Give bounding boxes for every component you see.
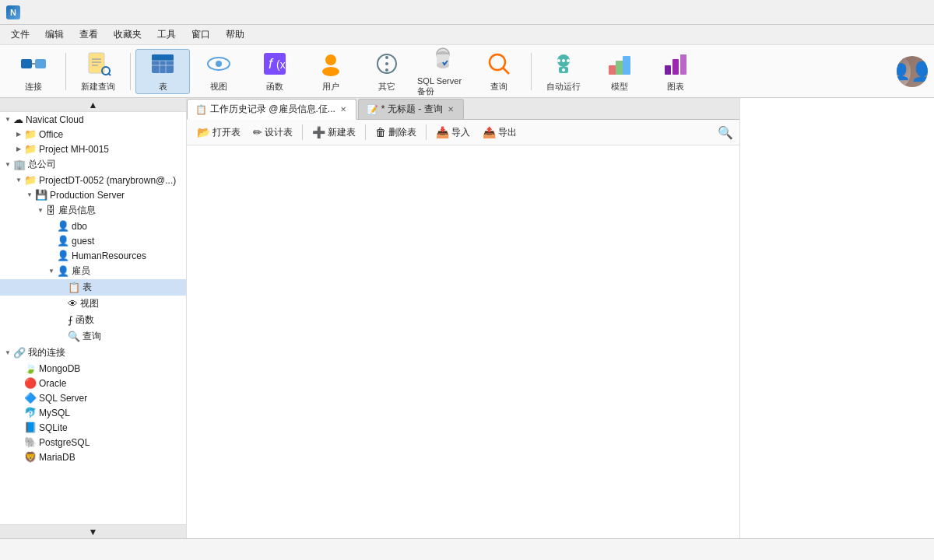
tab-0[interactable]: 📋工作历史记录 @雇员信息.佂...✕ — [187, 99, 356, 120]
tree-label-oracle: Oracle — [39, 378, 66, 389]
sidebar-item-wode-lianjie[interactable]: ▼🔗我的连接 — [0, 345, 186, 361]
tbl-label-删除表: 删除表 — [388, 126, 416, 139]
tbl-icon-设计表: ✏ — [253, 126, 262, 138]
tab-label-0: 工作历史记录 @雇员信息.佂... — [210, 103, 335, 116]
tree-icon-sql-server: 🔷 — [24, 392, 37, 404]
toolbar-label-其它: 其它 — [378, 81, 395, 93]
tab-close-1[interactable]: ✕ — [446, 105, 455, 114]
tree-label-postgresql: PostgreSQL — [39, 437, 90, 448]
data-table[interactable] — [187, 145, 739, 538]
sidebar-item-zong-gongsi[interactable]: ▼🏢总公司 — [0, 156, 186, 173]
tab-close-0[interactable]: ✕ — [339, 105, 348, 114]
table-toolbar-btn-新建表[interactable]: ➕新建表 — [307, 124, 361, 142]
table-toolbar-btn-删除表[interactable]: 🗑删除表 — [370, 124, 422, 142]
sidebar-item-sqlite[interactable]: 📘SQLite — [0, 420, 186, 435]
sidebar-scroll-up[interactable]: ▲ — [0, 98, 186, 112]
toolbar-icon-SQL Server 备份 — [429, 45, 457, 75]
maximize-button[interactable] — [856, 0, 892, 25]
minimize-button[interactable] — [820, 0, 856, 25]
toolbar-btn-查询[interactable]: 查询 — [472, 49, 526, 94]
toolbar-btn-连接[interactable]: 连接 — [6, 49, 61, 94]
sidebar-item-shitu[interactable]: 👁视图 — [0, 296, 186, 312]
table-toolbar-btn-导入[interactable]: 📥导入 — [430, 124, 476, 142]
sidebar-item-hanshu[interactable]: ⨍函数 — [0, 312, 186, 328]
tree-icon-sqlite: 📘 — [24, 422, 37, 433]
svg-rect-0 — [21, 59, 32, 68]
toolbar-btn-视图[interactable]: 视图 — [191, 49, 246, 94]
tbl-label-导出: 导出 — [498, 126, 517, 139]
window-controls — [820, 0, 928, 25]
sidebar-item-office[interactable]: ▶📁Office — [0, 127, 186, 142]
toolbar-label-模型: 模型 — [611, 81, 628, 93]
sidebar-item-mongodb[interactable]: 🍃MongoDB — [0, 361, 186, 376]
sidebar-item-mariadb[interactable]: 🦁MariaDB — [0, 450, 186, 464]
svg-rect-39 — [609, 65, 616, 75]
menu-item-窗口[interactable]: 窗口 — [184, 26, 218, 44]
sidebar-item-production-server[interactable]: ▼💾Production Server — [0, 187, 186, 202]
table-toolbar-btn-设计表[interactable]: ✏设计表 — [248, 124, 298, 142]
tree-label-mongodb: MongoDB — [39, 363, 80, 374]
tree-label-biao: 表 — [83, 281, 92, 294]
sidebar-item-biao[interactable]: 📋表 — [0, 279, 186, 296]
svg-point-36 — [567, 59, 570, 62]
close-button[interactable] — [892, 0, 928, 25]
sidebar-item-project-dt0052[interactable]: ▼📁ProjectDT-0052 (marybrown@...) — [0, 173, 186, 187]
sidebar-item-navicat-cloud[interactable]: ▼☁Navicat Cloud — [0, 112, 186, 127]
tree-icon-mariadb: 🦁 — [24, 451, 37, 463]
tree-arrow-navicat-cloud: ▼ — [3, 116, 12, 123]
sidebar-item-oracle[interactable]: 🔴Oracle — [0, 376, 186, 390]
sidebar-item-postgresql[interactable]: 🐘PostgreSQL — [0, 435, 186, 450]
sidebar-item-yuanyuan[interactable]: ▼👤雇员 — [0, 263, 186, 279]
tree-icon-navicat-cloud: ☁ — [13, 114, 23, 125]
sidebar-item-guest[interactable]: 👤guest — [0, 233, 186, 248]
toolbar-btn-表[interactable]: 表 — [135, 49, 190, 94]
tree-icon-shitu: 👁 — [68, 298, 78, 310]
tree-arrow-yuanyuan: ▼ — [47, 268, 56, 275]
toolbar-btn-其它[interactable]: 其它 — [360, 49, 414, 94]
toolbar-label-表: 表 — [159, 81, 167, 93]
svg-rect-42 — [665, 65, 671, 75]
toolbar-label-视图: 视图 — [210, 81, 227, 93]
user-avatar[interactable]: 👤 — [897, 56, 928, 87]
menu-item-查看[interactable]: 查看 — [72, 26, 106, 44]
titlebar: N — [0, 0, 934, 25]
chevron-up-icon: ▲ — [89, 100, 98, 110]
svg-point-25 — [385, 62, 388, 65]
table-toolbar-btn-打开表[interactable]: 📂打开表 — [191, 124, 246, 142]
toolbar-btn-图表[interactable]: 图表 — [648, 49, 703, 94]
sidebar-item-dbo[interactable]: 👤dbo — [0, 219, 186, 233]
svg-rect-40 — [616, 61, 623, 75]
tbl-label-新建表: 新建表 — [328, 126, 356, 139]
menu-item-收藏夹[interactable]: 收藏夹 — [106, 26, 149, 44]
sidebar-item-humanresources[interactable]: 👤HumanResources — [0, 248, 186, 263]
tbl-icon-导出: 📤 — [483, 126, 496, 138]
toolbar-btn-模型[interactable]: 模型 — [592, 49, 647, 94]
sidebar-scroll-down[interactable]: ▼ — [0, 524, 186, 538]
tree-label-mariadb: MariaDB — [39, 452, 75, 463]
sidebar-item-sql-server[interactable]: 🔷SQL Server — [0, 390, 186, 405]
tree-icon-office: 📁 — [24, 128, 37, 140]
toolbar-btn-SQL Server 备份[interactable]: SQL Server 备份 — [416, 49, 470, 94]
sidebar-item-chaxun[interactable]: 🔍查询 — [0, 328, 186, 345]
sidebar-item-mysql[interactable]: 🐬MySQL — [0, 405, 186, 420]
toolbar-icon-自动运行 — [550, 50, 578, 79]
tree-arrow-project-dt0052: ▼ — [14, 177, 23, 184]
toolbar-btn-函数[interactable]: f(x)函数 — [248, 49, 302, 94]
svg-rect-41 — [623, 56, 630, 75]
table-search-button[interactable]: 🔍 — [716, 123, 735, 142]
table-toolbar-btn-导出[interactable]: 📤导出 — [477, 124, 522, 142]
tree-icon-project-dt0052: 📁 — [24, 174, 37, 186]
menu-item-帮助[interactable]: 帮助 — [218, 26, 252, 44]
toolbar-label-新建查询: 新建查询 — [81, 81, 115, 93]
tree-label-navicat-cloud: Navicat Cloud — [26, 114, 84, 125]
toolbar-btn-自动运行[interactable]: 自动运行 — [536, 49, 591, 94]
sidebar-item-yuangong-xinxi[interactable]: ▼🗄雇员信息 — [0, 202, 186, 219]
menu-item-工具[interactable]: 工具 — [149, 26, 184, 44]
toolbar-btn-用户[interactable]: 用户 — [304, 49, 358, 94]
menu-item-编辑[interactable]: 编辑 — [37, 26, 72, 44]
menu-item-文件[interactable]: 文件 — [3, 26, 37, 44]
tree-label-guest: guest — [72, 236, 94, 247]
sidebar-item-project-mh0015[interactable]: ▶📁Project MH-0015 — [0, 142, 186, 156]
tab-1[interactable]: 📝* 无标题 - 查询✕ — [358, 99, 464, 119]
toolbar-btn-新建查询[interactable]: 新建查询 — [71, 49, 125, 94]
